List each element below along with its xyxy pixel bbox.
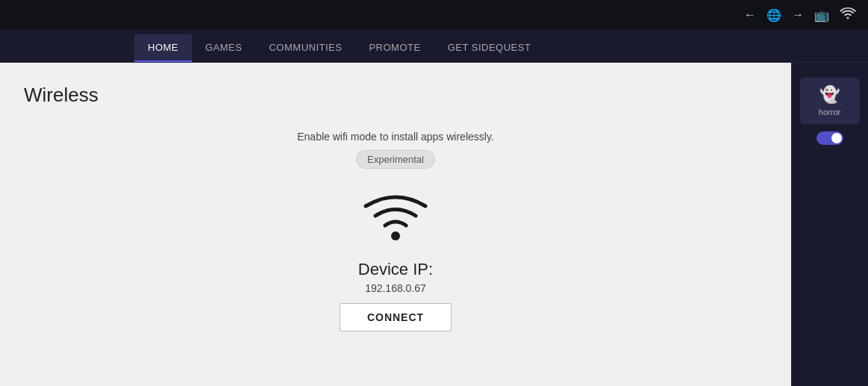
- nav-item-home[interactable]: HOME: [134, 34, 192, 62]
- globe-icon[interactable]: 🌐: [766, 8, 781, 22]
- horror-icon: 👻: [819, 85, 840, 105]
- monitor-icon[interactable]: 📺: [814, 8, 829, 22]
- right-sidebar: 👻 horror: [791, 63, 868, 386]
- nav-item-games[interactable]: GAMES: [192, 34, 255, 62]
- wifi-signal-icon: [840, 7, 856, 22]
- forward-icon[interactable]: →: [792, 8, 804, 22]
- wifi-icon: [362, 190, 429, 242]
- sidebar-horror-card[interactable]: 👻 horror: [800, 78, 860, 124]
- sidebar-toggle[interactable]: [817, 131, 843, 145]
- device-ip-value: 192.168.0.67: [365, 282, 426, 294]
- main-area: Wireless Enable wifi mode to install app…: [0, 63, 868, 386]
- nav-bar: HOME GAMES COMMUNITIES PROMOTE GET SIDEQ…: [0, 30, 868, 63]
- nav-item-get-sidequest[interactable]: GET SIDEQUEST: [434, 34, 545, 62]
- experimental-badge: Experimental: [356, 150, 435, 169]
- sidebar-card-label: horror: [819, 108, 840, 116]
- back-icon[interactable]: ←: [744, 8, 756, 22]
- device-ip-label: Device IP:: [358, 260, 433, 279]
- panel-body: Enable wifi mode to install apps wireles…: [24, 125, 767, 331]
- description-text: Enable wifi mode to install apps wireles…: [297, 131, 494, 143]
- connect-button[interactable]: CONNECT: [340, 303, 452, 331]
- white-panel: Wireless Enable wifi mode to install app…: [0, 63, 791, 386]
- top-bar: ← 🌐 → 📺: [0, 0, 868, 30]
- nav-item-promote[interactable]: PROMOTE: [355, 34, 434, 62]
- panel-title: Wireless: [24, 84, 767, 107]
- svg-point-0: [391, 231, 400, 240]
- nav-item-communities[interactable]: COMMUNITIES: [255, 34, 355, 62]
